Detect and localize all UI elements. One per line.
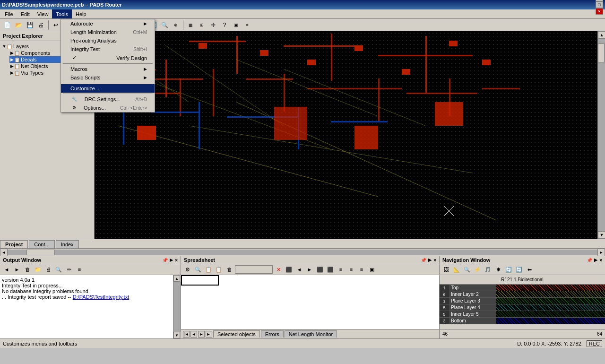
integrity-link[interactable]: D:\PADS\TestIntegrity.txt [73,294,129,300]
output-scroll-down[interactable]: ▼ [173,332,180,338]
sp-btn-10[interactable]: ⬛ [326,265,335,274]
nav-btn-5[interactable]: 🎵 [483,265,493,274]
spreadsheet-input-cell[interactable] [181,275,219,286]
open-btn[interactable]: 📂 [13,20,24,30]
sp-dropdown[interactable] [235,265,273,274]
sp-btn-1[interactable]: ⚙ [183,265,192,274]
pcb-area[interactable] [95,31,597,239]
nav-btn-2[interactable]: 📐 [452,265,461,274]
spreadsheet-close-btn[interactable]: × [433,258,436,263]
nav-btn-1[interactable]: 🖼 [441,265,451,274]
dd-customize[interactable]: Customize... [61,84,155,93]
save-btn[interactable]: 💾 [25,20,35,30]
zoom-in-btn[interactable]: 🔍 [159,20,170,30]
menu-file[interactable]: File [1,9,17,18]
help-btn[interactable]: ? [219,20,230,30]
spreadsheet-pin-btn[interactable]: 📌 [421,258,426,263]
new-btn[interactable]: 📄 [2,20,12,30]
output-pin-icon[interactable]: ▶ [170,258,173,263]
sp-btn-13[interactable]: ≡ [357,265,366,274]
out-btn-1[interactable]: ◄ [2,265,11,274]
out-btn-3[interactable]: 🗑 [23,265,32,274]
dd-basic-scripts[interactable]: Basic Scripts ▶ [61,73,155,82]
out-btn-7[interactable]: ✏ [64,265,74,274]
print-btn[interactable]: 🖨 [36,20,46,30]
dd-autoroute[interactable]: Autoroute ▶ [61,19,155,28]
layer-btn[interactable]: ▦ [185,20,196,30]
sp-nav-first[interactable]: |◄ [183,331,190,338]
output-close-btn[interactable]: × [175,258,178,263]
tab-cont[interactable]: Cont... [29,240,54,248]
sp-btn-6[interactable]: ⬛ [284,265,294,274]
sp-tab-errors[interactable]: Errors [261,330,284,338]
nav-btn-refresh[interactable]: 🔄 [504,265,513,274]
scroll-right-btn[interactable]: ► [597,249,605,256]
sp-btn-del[interactable]: ✕ [274,265,283,274]
net-objects-icon: 📋 [14,64,20,69]
nav-btn-3[interactable]: 🔍 [462,265,472,274]
scroll-up-btn[interactable]: ▲ [598,31,605,39]
dd-verify[interactable]: ✓ Verify Design [61,53,155,62]
dd-length-min[interactable]: Length Minimization Ctrl+M [61,28,155,36]
scroll-left-btn[interactable]: ◄ [0,249,8,256]
hscroll-thumb[interactable] [26,250,55,255]
nav-pin-btn[interactable]: 📌 [587,258,592,263]
close-btn[interactable]: × [596,8,603,15]
menu-tools[interactable]: Tools [52,9,72,18]
sp-btn-7[interactable]: ◄ [294,265,304,274]
menu-view[interactable]: View [34,9,52,18]
sp-btn-12[interactable]: ≡ [346,265,356,274]
out-btn-6[interactable]: 🔍 [54,265,63,274]
sp-btn-5[interactable]: 🗑 [225,265,234,274]
scroll-track[interactable] [598,39,605,231]
out-btn-5[interactable]: 🖨 [43,265,53,274]
nav-close-btn[interactable]: × [599,258,602,263]
tab-index[interactable]: Index [56,240,79,248]
output-pin-btn[interactable]: 📌 [162,258,168,263]
out-btn-4[interactable]: 📁 [33,265,43,274]
out-btn-2[interactable]: ► [12,265,22,274]
sp-btn-8[interactable]: ► [305,265,314,274]
scroll-thumb[interactable] [598,43,605,62]
undo-btn[interactable]: ↩ [51,20,61,30]
sp-nav-last[interactable]: ►| [206,331,212,338]
nav-btn-7[interactable]: 🔄 [514,265,524,274]
dd-prerouting[interactable]: Pre-routing Analysis [61,36,155,45]
sp-btn-4[interactable]: 📋 [214,265,224,274]
sp-btn-14[interactable]: ▣ [367,265,377,274]
hscroll-track[interactable] [8,250,597,255]
dd-drc-label: DRC Settings... [85,96,121,102]
sp-btn-11[interactable]: ≡ [336,265,346,274]
scroll-down-btn[interactable]: ▼ [598,231,605,239]
sp-nav-next[interactable]: ► [198,331,205,338]
sp-btn-3[interactable]: 📋 [204,265,213,274]
nav-btn-8[interactable]: ⬅ [525,265,534,274]
sp-tab-selected[interactable]: Selected objects [213,330,260,338]
vertical-scrollbar[interactable]: ▲ ▼ [597,31,605,239]
spreadsheet-expand-btn[interactable]: ▶ [428,258,432,263]
dd-integrity[interactable]: Integrity Test Shift+I [61,45,155,53]
sp-btn-2[interactable]: 🔍 [193,265,203,274]
dd-integrity-shortcut: Shift+I [133,47,147,52]
dd-macros[interactable]: Macros ▶ [61,65,155,73]
menu-help[interactable]: Help [72,9,90,18]
out-btn-8[interactable]: ≡ [75,265,84,274]
snap-btn[interactable]: ✛ [208,20,218,30]
maximize-btn[interactable]: □ [596,1,603,8]
dd-options[interactable]: ⚙ Options... Ctrl+<Enter> [61,104,155,112]
sp-tab-net-length[interactable]: Net Length Monitor [285,330,337,338]
sp-btn-9[interactable]: ⬛ [315,265,325,274]
sp-nav-prev[interactable]: ◄ [190,331,197,338]
dd-drc-settings[interactable]: 🔧 DRC Settings... Alt+D [61,95,155,104]
grid-btn[interactable]: ⊞ [197,20,207,30]
nav-expand-btn[interactable]: ▶ [594,258,597,263]
output-scroll-up[interactable]: ▲ [173,275,180,282]
output-vscroll[interactable]: ▲ ▼ [173,275,181,338]
misc-btn[interactable]: ≡ [242,20,252,30]
tab-project[interactable]: Project [0,240,28,248]
zoom-out-btn[interactable]: ⊕ [171,20,181,30]
nav-btn[interactable]: ▣ [231,20,241,30]
nav-btn-4[interactable]: ⚡ [473,265,482,274]
nav-btn-6[interactable]: ✱ [493,265,503,274]
menu-edit[interactable]: Edit [17,9,34,18]
